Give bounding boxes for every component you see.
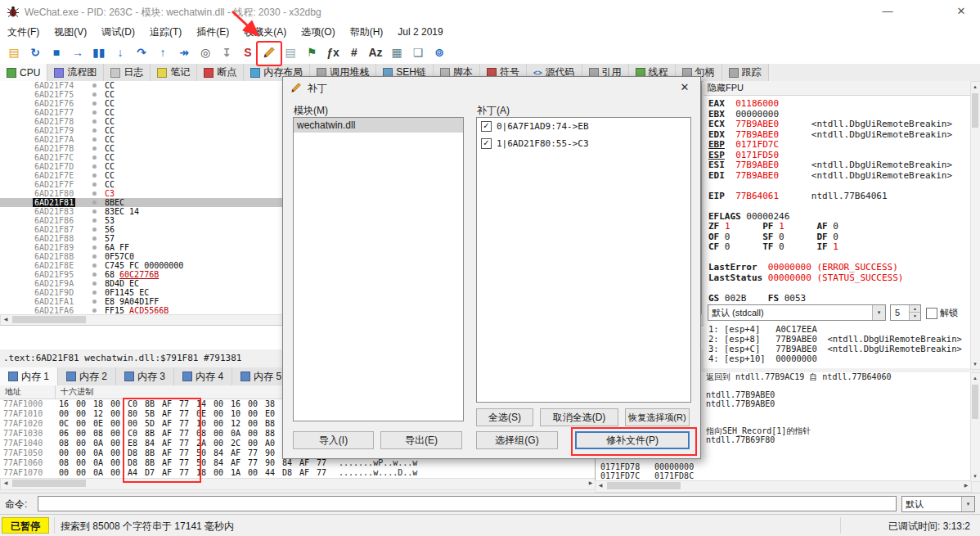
menu-item-view[interactable]: 视图(V) [47, 23, 94, 41]
minimize-button[interactable]: — [869, 0, 906, 23]
comments-icon[interactable]: ▤ [280, 42, 301, 63]
deselect-all-button[interactable]: 取消全选(D) [540, 408, 618, 426]
scrollbar-thumb[interactable] [607, 482, 681, 489]
dump-horizontal-scrollbar[interactable]: ◀ ▶ [0, 478, 596, 490]
menu-item-build-date[interactable]: Jul 2 2019 [390, 23, 450, 41]
dialog-close-button[interactable]: ✕ [669, 77, 700, 98]
breakpoint-dot[interactable] [92, 236, 97, 241]
menu-item-trace[interactable]: 追踪(T) [142, 23, 189, 41]
globe-icon[interactable]: ⊚ [429, 42, 450, 63]
menu-item-debug[interactable]: 调试(D) [94, 23, 142, 41]
tab-trace[interactable]: 跟踪 [722, 64, 769, 81]
animate-icon[interactable]: ◎ [195, 42, 216, 63]
export-button[interactable]: 导出(E) [380, 431, 462, 449]
breakpoint-dot[interactable] [92, 173, 97, 178]
breakpoint-dot[interactable] [92, 254, 97, 259]
command-profile-select[interactable]: 默认 ▾ [901, 496, 975, 512]
argument-line[interactable]: 2: [esp+8] 77B9ABE0 <ntdll.DbgUiRemoteBr… [708, 334, 962, 344]
breakpoint-dot[interactable] [92, 119, 97, 124]
breakpoint-dot[interactable] [92, 92, 97, 97]
calling-convention-select[interactable]: 默认 (stdcall) ▾ [708, 304, 886, 321]
breakpoint-dot[interactable] [92, 182, 97, 187]
argument-count-stepper[interactable]: 5 ▲ ▼ [890, 304, 921, 321]
step-over-icon[interactable]: ↷ [131, 42, 152, 63]
scroll-right-icon[interactable]: ▶ [961, 481, 971, 490]
stack-row[interactable]: 0171FD7800000000 [596, 462, 971, 471]
breakpoint-dot[interactable] [92, 300, 97, 304]
favourites-flag-icon[interactable]: ⚑ [301, 42, 322, 63]
stop-icon[interactable]: ■ [46, 42, 67, 63]
open-file-icon[interactable]: ▤ [3, 42, 25, 63]
patch-checkbox[interactable]: ✓ [481, 121, 492, 132]
import-button[interactable]: 导入(I) [293, 431, 374, 449]
stack-vertical-scrollbar[interactable]: ▲ ▼ [970, 372, 980, 482]
scroll-left-icon[interactable]: ◀ [1, 479, 11, 488]
stack-row[interactable]: 0171FD7C0171FD8C [596, 471, 971, 480]
tab-log[interactable]: 日志 [104, 64, 151, 81]
patch-item[interactable]: ✓0|6A7F1AD9:74->EB [477, 118, 690, 135]
dump-tab-4[interactable]: 内存 4 [174, 367, 232, 385]
step-into-icon[interactable]: ↓ [110, 42, 131, 63]
menu-item-options[interactable]: 选项(O) [294, 23, 342, 41]
scroll-left-icon[interactable]: ◀ [1, 315, 11, 324]
scroll-left-icon[interactable]: ◀ [596, 481, 605, 490]
tab-graph[interactable]: 流程图 [47, 64, 104, 81]
patch-icon[interactable] [258, 42, 280, 63]
breakpoint-dot[interactable] [92, 263, 97, 268]
breakpoint-dot[interactable] [92, 309, 97, 313]
menu-item-file[interactable]: 文件(F) [0, 23, 47, 41]
close-button[interactable]: ✕ [942, 0, 980, 23]
hide-fpu-button[interactable]: 隐藏FPU [704, 81, 970, 96]
pause-icon[interactable]: ▮▮ [88, 42, 110, 63]
breakpoint-dot[interactable] [92, 245, 97, 250]
register-line[interactable]: LastStatus 00000000 (STATUS_SUCCESS) [708, 273, 952, 284]
breakpoint-dot[interactable] [92, 218, 97, 223]
run-icon[interactable]: → [67, 42, 88, 63]
restore-selected-button[interactable]: 恢复选择项(R) [625, 408, 690, 426]
dump-row[interactable]: 77AF106008000A00D88BAF775084AF779084AF77… [0, 458, 595, 468]
calculator-icon[interactable]: ▦ [386, 42, 407, 63]
scrollbar-thumb[interactable] [12, 316, 86, 323]
scroll-up-icon[interactable]: ▲ [971, 373, 979, 383]
attach-window-icon[interactable]: ❏ [407, 42, 429, 63]
shortcuts-hash-icon[interactable]: # [344, 42, 365, 63]
breakpoint-dot[interactable] [92, 101, 97, 106]
spin-down-icon[interactable]: ▼ [909, 312, 920, 320]
scroll-down-icon[interactable]: ▼ [971, 359, 979, 369]
breakpoint-dot[interactable] [92, 155, 97, 160]
dump-tab-2[interactable]: 内存 2 [58, 367, 116, 385]
patches-listbox[interactable]: ✓0|6A7F1AD9:74->EB✓1|6AD21F80:55->C3 [476, 117, 691, 403]
patch-checkbox[interactable]: ✓ [481, 138, 492, 149]
assemble-icon[interactable]: S [237, 42, 258, 63]
trace-into-icon[interactable]: ↧ [216, 42, 237, 63]
breakpoint-dot[interactable] [92, 209, 97, 214]
tab-cpu[interactable]: CPU [0, 64, 47, 81]
scroll-down-icon[interactable]: ▼ [971, 471, 979, 481]
registers-vertical-scrollbar[interactable]: ▲ ▼ [970, 81, 980, 370]
menu-item-help[interactable]: 帮助(H) [343, 23, 391, 41]
command-input[interactable] [38, 496, 897, 511]
stack-horizontal-scrollbar[interactable]: ◀ ▶ [595, 480, 972, 493]
breakpoint-dot[interactable] [92, 137, 97, 142]
chevron-down-icon[interactable]: ▾ [872, 305, 885, 320]
menu-item-favourites[interactable]: 收藏夹(A) [236, 23, 294, 41]
patch-file-button[interactable]: 修补文件(P) [575, 431, 690, 449]
dump-tab-1[interactable]: 内存 1 [0, 367, 58, 385]
skip-next-icon[interactable]: ↠ [173, 42, 195, 63]
scrollbar-thumb[interactable] [12, 480, 86, 487]
breakpoint-dot[interactable] [92, 282, 97, 286]
breakpoint-dot[interactable] [92, 273, 97, 277]
case-az-icon[interactable]: Az [365, 42, 386, 63]
dump-tab-3[interactable]: 内存 3 [116, 367, 174, 385]
modules-listbox[interactable]: wechatwin.dll [293, 117, 464, 421]
breakpoint-dot[interactable] [92, 191, 97, 196]
restart-icon[interactable]: ↻ [25, 42, 46, 63]
breakpoint-dot[interactable] [92, 291, 97, 295]
register-line[interactable]: EDI 77B9ABE0 <ntdll.DbgUiRemoteBreakin> [708, 171, 952, 182]
breakpoint-dot[interactable] [92, 164, 97, 169]
select-group-button[interactable]: 选择组(G) [476, 431, 558, 449]
execute-till-return-icon[interactable]: ↑ [152, 42, 173, 63]
tab-notes[interactable]: 笔记 [151, 64, 197, 81]
select-all-button[interactable]: 全选(S) [476, 408, 533, 426]
breakpoint-dot[interactable] [92, 146, 97, 151]
